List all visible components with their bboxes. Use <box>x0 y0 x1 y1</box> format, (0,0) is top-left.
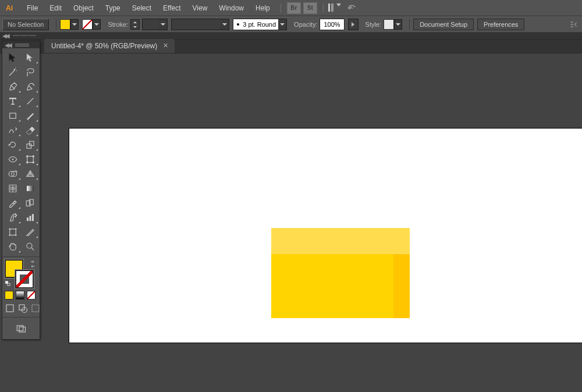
svg-point-6 <box>33 155 34 156</box>
menubar-separator <box>323 3 324 13</box>
svg-rect-30 <box>19 327 26 332</box>
svg-rect-0 <box>10 113 16 118</box>
sync-settings-icon[interactable] <box>346 2 357 14</box>
svg-rect-19 <box>30 216 31 221</box>
menu-help[interactable]: Help <box>250 0 276 16</box>
lasso-tool[interactable] <box>22 65 39 79</box>
document-tab[interactable]: Untitled-4* @ 50% (RGB/Preview) ✕ <box>44 39 175 53</box>
curvature-pen-tool[interactable] <box>22 79 39 94</box>
color-mode-row <box>2 291 40 302</box>
arrange-documents-icon[interactable] <box>328 3 341 13</box>
blend-tool[interactable] <box>22 195 39 210</box>
artwork-rect-upper[interactable] <box>271 228 410 254</box>
chevron-down-icon[interactable] <box>70 19 79 30</box>
menu-view[interactable]: View <box>187 0 214 16</box>
selection-state: No Selection <box>2 19 49 30</box>
stroke-weight-value[interactable] <box>142 19 168 30</box>
svg-point-5 <box>27 155 28 156</box>
magic-wand-tool[interactable] <box>4 65 22 79</box>
stroke-weight-stepper[interactable] <box>130 19 140 30</box>
options-flyout-menu[interactable] <box>568 19 580 30</box>
line-tool[interactable] <box>22 94 39 108</box>
menu-type[interactable]: Type <box>100 0 126 16</box>
draw-behind-icon[interactable] <box>17 303 28 313</box>
stroke-proxy[interactable] <box>15 270 34 288</box>
shape-builder-tool[interactable] <box>4 166 22 181</box>
zoom-tool[interactable] <box>22 239 39 254</box>
gradient-tool[interactable] <box>22 181 39 195</box>
type-tool[interactable] <box>4 94 22 108</box>
stroke-label: Stroke: <box>108 21 128 28</box>
screen-mode-icon[interactable] <box>12 321 30 336</box>
chevron-down-icon[interactable] <box>221 19 229 30</box>
svg-point-17 <box>15 216 16 217</box>
column-graph-tool[interactable] <box>22 210 39 224</box>
stock-icon[interactable]: St <box>303 2 317 14</box>
paintbrush-tool[interactable] <box>22 108 39 123</box>
color-mode-solid[interactable] <box>5 291 13 300</box>
document-setup-button[interactable]: Document Setup <box>413 19 474 30</box>
chevron-down-icon[interactable] <box>159 19 167 30</box>
swap-fill-stroke-icon[interactable] <box>29 259 36 270</box>
tools-panel-header[interactable]: ◀◀ <box>2 41 40 48</box>
fill-color[interactable] <box>60 19 79 30</box>
artwork-rect-shade[interactable] <box>393 254 410 318</box>
draw-inside-icon[interactable] <box>30 303 41 313</box>
rotate-tool[interactable] <box>4 137 22 152</box>
preferences-button[interactable]: Preferences <box>477 19 524 30</box>
svg-point-16 <box>16 215 17 216</box>
fill-stroke-proxy[interactable] <box>5 259 37 290</box>
selection-tool[interactable] <box>4 50 22 65</box>
perspective-grid-tool[interactable] <box>22 166 39 181</box>
menu-effect[interactable]: Effect <box>157 0 186 16</box>
svg-rect-12 <box>27 186 34 191</box>
opacity-text: 100% <box>320 21 343 28</box>
svg-rect-29 <box>17 325 23 330</box>
opacity-label: Opacity: <box>294 21 317 28</box>
eyedropper-tool[interactable] <box>4 195 22 210</box>
svg-rect-20 <box>32 214 34 221</box>
svg-rect-28 <box>32 305 39 312</box>
default-fill-stroke-icon[interactable] <box>5 279 12 290</box>
artwork-rect-lower[interactable] <box>271 254 410 318</box>
opacity-value[interactable]: 100% <box>320 19 344 30</box>
opacity-popup-arrow[interactable] <box>348 19 359 30</box>
direct-selection-tool[interactable] <box>22 50 39 65</box>
stroke-color[interactable] <box>82 19 101 30</box>
graphic-style[interactable] <box>384 19 402 30</box>
canvas[interactable] <box>44 54 582 392</box>
free-transform-tool[interactable] <box>22 152 39 166</box>
shaper-tool[interactable] <box>4 123 22 137</box>
chevron-down-icon[interactable] <box>278 19 286 30</box>
scale-tool[interactable] <box>22 137 39 152</box>
brush-definition-text: 3 pt. Round <box>243 21 278 28</box>
draw-mode-row <box>2 302 40 316</box>
color-mode-none[interactable] <box>27 291 36 300</box>
chevron-down-icon[interactable] <box>93 19 101 30</box>
menu-object[interactable]: Object <box>68 0 100 16</box>
menu-window[interactable]: Window <box>213 0 250 16</box>
mesh-tool[interactable] <box>4 181 22 195</box>
close-icon[interactable]: ✕ <box>163 43 169 49</box>
menu-file[interactable]: File <box>21 0 44 16</box>
eraser-tool[interactable] <box>22 123 39 137</box>
svg-rect-18 <box>27 218 29 221</box>
menu-select[interactable]: Select <box>126 0 157 16</box>
pen-tool[interactable] <box>4 79 22 94</box>
rectangle-tool[interactable] <box>4 108 22 123</box>
tools-divider <box>2 317 40 318</box>
menu-edit[interactable]: Edit <box>44 0 68 16</box>
slice-tool[interactable] <box>22 224 39 239</box>
artboard-tool[interactable] <box>4 224 22 239</box>
color-mode-gradient[interactable] <box>16 291 24 300</box>
menubar: Ai File Edit Object Type Select Effect V… <box>0 0 582 16</box>
svg-rect-2 <box>30 141 34 146</box>
hand-tool[interactable] <box>4 239 22 254</box>
width-tool[interactable] <box>4 152 22 166</box>
chevron-down-icon[interactable] <box>394 19 402 30</box>
symbol-sprayer-tool[interactable] <box>4 210 22 224</box>
variable-width-profile[interactable] <box>171 19 229 30</box>
brush-definition[interactable]: 3 pt. Round <box>233 19 287 30</box>
bridge-icon[interactable]: Br <box>287 2 301 14</box>
draw-normal-icon[interactable] <box>5 303 15 313</box>
